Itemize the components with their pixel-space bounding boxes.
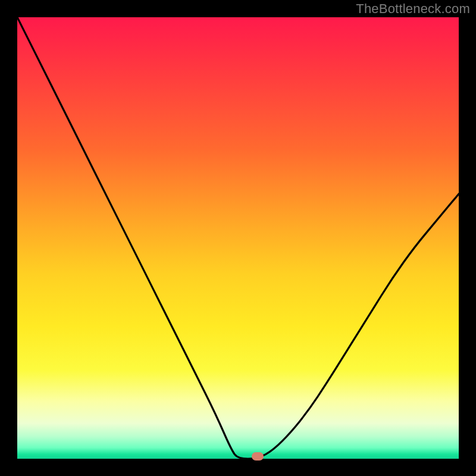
optimal-point-marker <box>252 452 264 461</box>
watermark-text: TheBottleneck.com <box>356 1 470 17</box>
bottleneck-curve <box>17 17 459 459</box>
curve-layer <box>17 17 459 459</box>
chart-frame: TheBottleneck.com <box>0 0 476 476</box>
